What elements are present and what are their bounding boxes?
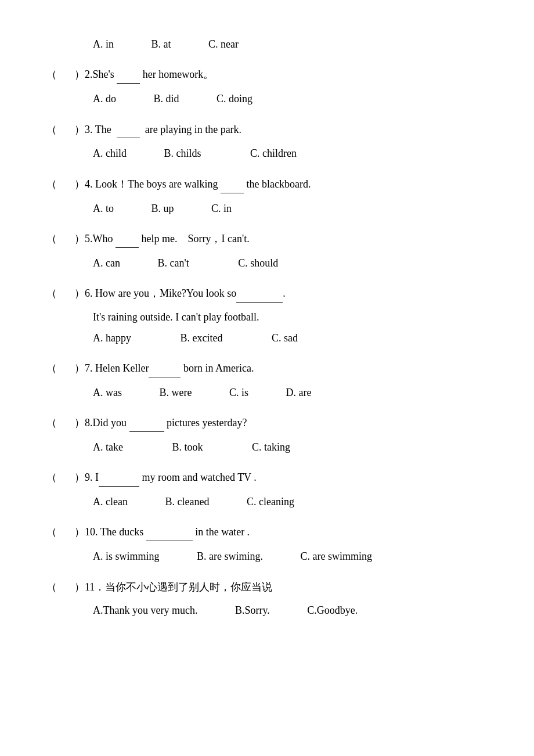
- question-9-line: （ ） 9. I my room and watched TV .: [46, 469, 488, 487]
- answer-blank-5: [57, 233, 74, 245]
- q10-option-b: B. are swiming.: [197, 547, 263, 566]
- q3-option-b: B. childs: [164, 144, 201, 163]
- question-11-text: 11．当你不小心遇到了别人时，你应当说: [85, 579, 488, 596]
- question-6: （ ） 6. How are you，Mike?You look so . It…: [46, 285, 488, 347]
- left-paren-10: （: [46, 525, 57, 539]
- options-5: A. can B. can't C. should: [46, 254, 488, 272]
- left-paren-6: （: [46, 286, 57, 300]
- q7-option-d: D. are: [286, 383, 312, 402]
- q9-option-b: B. cleaned: [165, 492, 209, 511]
- left-paren-5: （: [46, 232, 57, 246]
- right-paren-4: ）: [74, 177, 85, 191]
- q8-option-b: B. took: [172, 438, 203, 456]
- question-8-text: 8.Did you pictures yesterday?: [85, 415, 488, 432]
- question-10-line: （ ） 10. The ducks in the water .: [46, 524, 488, 541]
- right-paren-5: ）: [74, 232, 85, 246]
- answer-blank-3: [57, 124, 74, 136]
- options-2: A. do B. did C. doing: [46, 89, 488, 108]
- fill-blank-4: [221, 176, 244, 193]
- q3-option-c: C. children: [250, 144, 297, 163]
- question-3-text: 3. The are playing in the park.: [85, 121, 488, 139]
- q2-option-b: B. did: [154, 89, 179, 108]
- question-2-text: 2.She's her homework。: [85, 66, 488, 84]
- q6-option-b: B. excited: [181, 329, 223, 347]
- question-10-text: 10. The ducks in the water .: [85, 524, 488, 541]
- answer-blank-7: [57, 362, 74, 375]
- q5-option-a: A. can: [93, 254, 120, 272]
- q7-option-b: B. were: [160, 383, 192, 402]
- answer-blank-2: [57, 69, 74, 81]
- q3-option-a: A. child: [93, 144, 127, 163]
- left-paren-7: （: [46, 361, 57, 375]
- options-3: A. child B. childs C. children: [46, 144, 488, 163]
- options-9: A. clean B. cleaned C. cleaning: [46, 492, 488, 511]
- right-paren-6: ）: [74, 286, 85, 300]
- option-c: C. near: [208, 35, 239, 53]
- fill-blank-6: [236, 285, 283, 303]
- q8-option-c: C. taking: [252, 438, 290, 456]
- question-7: （ ） 7. Helen Keller born in America. A. …: [46, 360, 488, 402]
- left-paren-3: （: [46, 123, 57, 136]
- q7-option-a: A. was: [93, 383, 122, 402]
- options-7: A. was B. were C. is D. are: [46, 383, 488, 402]
- q4-option-c: C. in: [211, 199, 232, 218]
- question-6-line: （ ） 6. How are you，Mike?You look so .: [46, 285, 488, 303]
- answer-blank-6: [57, 287, 74, 300]
- left-paren-9: （: [46, 470, 57, 484]
- question-4-text: 4. Look！The boys are walking the blackbo…: [85, 176, 488, 193]
- question-4: （ ） 4. Look！The boys are walking the bla…: [46, 176, 488, 218]
- q9-option-a: A. clean: [93, 492, 128, 511]
- q10-option-c: C. are swimming: [301, 547, 373, 566]
- answer-blank-4: [57, 178, 74, 190]
- q6-option-a: A. happy: [93, 329, 131, 347]
- right-paren-3: ）: [74, 123, 85, 136]
- answer-blank-9: [57, 471, 74, 484]
- question-11-line: （ ） 11．当你不小心遇到了别人时，你应当说: [46, 579, 488, 596]
- q11-option-b: B.Sorry.: [235, 601, 270, 620]
- q2-option-a: A. do: [93, 89, 116, 108]
- answer-blank-10: [57, 526, 74, 538]
- options-4: A. to B. up C. in: [46, 199, 488, 218]
- question-5-text: 5.Who help me. Sorry，I can't.: [85, 231, 488, 248]
- q6-option-c: C. sad: [272, 329, 298, 347]
- q8-option-a: A. take: [93, 438, 123, 456]
- q9-option-c: C. cleaning: [247, 492, 294, 511]
- fill-blank-2: [117, 66, 140, 84]
- left-paren-2: （: [46, 67, 57, 81]
- right-paren-7: ）: [74, 361, 85, 375]
- question-11: （ ） 11．当你不小心遇到了别人时，你应当说 A.Thank you very…: [46, 579, 488, 620]
- question-6-text: 6. How are you，Mike?You look so .: [85, 285, 488, 303]
- question-7-text: 7. Helen Keller born in America.: [85, 360, 488, 377]
- right-paren-2: ）: [74, 67, 85, 81]
- q10-option-a: A. is swimming: [93, 547, 160, 566]
- options-8: A. take B. took C. taking: [46, 438, 488, 456]
- left-paren-11: （: [46, 580, 57, 594]
- q4-option-b: B. up: [151, 199, 174, 218]
- q11-option-a: A.Thank you very much.: [93, 601, 197, 620]
- options-6: A. happy B. excited C. sad: [46, 329, 488, 347]
- option-b: B. at: [151, 35, 171, 53]
- question-5-line: （ ） 5.Who help me. Sorry，I can't.: [46, 231, 488, 248]
- question-2-line: （ ） 2.She's her homework。: [46, 66, 488, 84]
- question-6-subtext: It's raining outside. I can't play footb…: [46, 308, 488, 326]
- question-4-line: （ ） 4. Look！The boys are walking the bla…: [46, 176, 488, 193]
- question-5: （ ） 5.Who help me. Sorry，I can't. A. can…: [46, 231, 488, 272]
- answer-blank-8: [57, 417, 74, 429]
- q5-option-b: B. can't: [157, 254, 189, 272]
- q7-option-c: C. is: [229, 383, 248, 402]
- question-3-line: （ ） 3. The are playing in the park.: [46, 121, 488, 139]
- right-paren-10: ）: [74, 525, 85, 539]
- question-3: （ ） 3. The are playing in the park. A. c…: [46, 121, 488, 163]
- question-options-only: A. in B. at C. near: [46, 35, 488, 53]
- fill-blank-3: [117, 121, 140, 139]
- question-10: （ ） 10. The ducks in the water . A. is s…: [46, 524, 488, 566]
- left-paren-8: （: [46, 416, 57, 430]
- question-8-line: （ ） 8.Did you pictures yesterday?: [46, 415, 488, 432]
- question-7-line: （ ） 7. Helen Keller born in America.: [46, 360, 488, 377]
- right-paren-11: ）: [74, 580, 85, 594]
- options-10: A. is swimming B. are swiming. C. are sw…: [46, 547, 488, 566]
- q5-option-c: C. should: [238, 254, 278, 272]
- question-2: （ ） 2.She's her homework。 A. do B. did C…: [46, 66, 488, 108]
- q2-option-c: C. doing: [217, 89, 252, 108]
- left-paren-4: （: [46, 177, 57, 191]
